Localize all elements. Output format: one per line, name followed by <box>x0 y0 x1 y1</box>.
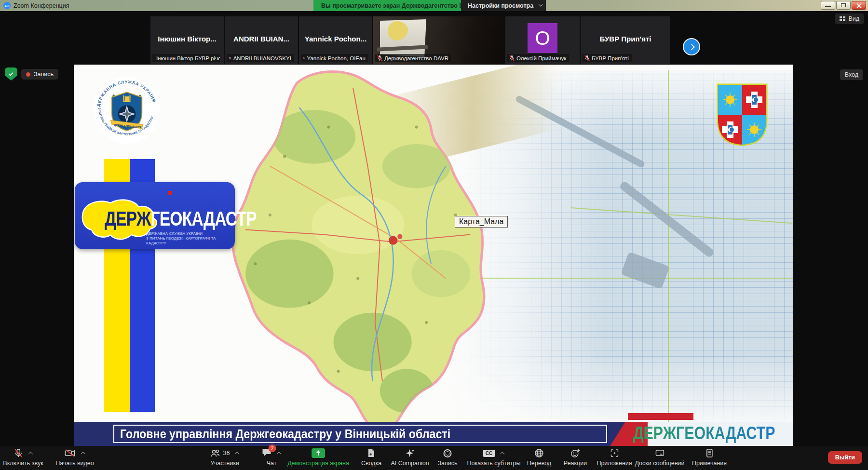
summary-doc-icon <box>367 448 376 458</box>
apps-button[interactable]: Приложения <box>597 448 632 467</box>
participants-button[interactable]: 36 Участники <box>210 448 240 467</box>
zoom-meeting-window: zm Zoom Конференция Вы просматриваете эк… <box>0 0 868 470</box>
participant-tile[interactable]: Yannick Pochon... Yannick Pochon, OIEau <box>299 16 372 64</box>
chevron-up-icon[interactable] <box>28 451 33 456</box>
participant-name-label: БУВР Прип'яті <box>592 55 629 61</box>
record-button[interactable]: Запись <box>437 448 457 467</box>
logo-word-prefix: ДЕРЖ <box>105 207 150 230</box>
window-title: Zoom Конференция <box>14 2 69 9</box>
chevron-up-icon[interactable] <box>500 451 504 456</box>
participants-icon <box>210 448 221 458</box>
share-screen-label: Демонстрация экрана <box>287 460 349 467</box>
view-settings-label: Настройки просмотра <box>468 2 533 9</box>
next-participants-button[interactable] <box>683 38 700 55</box>
participant-video-tile[interactable]: Держводагентство DAVR <box>373 16 504 64</box>
chat-button[interactable]: 2 Чат <box>262 448 282 467</box>
notes-button[interactable]: Примечания <box>692 448 727 467</box>
view-settings-dropdown[interactable]: Настройки просмотра <box>461 0 546 11</box>
footer-red-bar <box>628 413 693 420</box>
avatar-initial: O <box>535 27 550 49</box>
mic-muted-icon <box>509 55 515 61</box>
record-dot-icon <box>26 72 30 77</box>
summary-button[interactable]: Сводка <box>361 448 381 467</box>
mute-label: Включить звук <box>3 460 43 467</box>
chevron-up-icon[interactable] <box>235 451 240 456</box>
map-layer-label: Карта_Мала <box>455 216 508 228</box>
participant-display-name: Інюшин Віктор... <box>150 35 224 43</box>
screen-share-banner: Вы просматриваете экран Держводагентство… <box>313 0 484 11</box>
logo-subtitle-line2: З ПИТАНЬ ГЕОДЕЗІЇ, КАРТОГРАФІЇ ТА КАДАСТ… <box>146 236 235 246</box>
join-button[interactable]: Вход <box>840 69 863 80</box>
translation-button[interactable]: Перевод <box>527 448 551 467</box>
recording-indicator: Запись <box>21 69 58 80</box>
vinnytsia-coat-of-arms <box>714 82 770 148</box>
participants-strip: Інюшин Віктор... Інюшин Віктор БУВР річо… <box>0 11 868 65</box>
restore-button[interactable] <box>836 1 851 10</box>
ai-sparkle-icon <box>405 448 415 458</box>
recording-label: Запись <box>34 71 54 78</box>
record-label: Запись <box>437 460 457 467</box>
footer-title: Головне управління Держгеокадастру у Він… <box>120 427 450 441</box>
vinnytsia-oblast-map <box>211 68 563 435</box>
participant-display-name: БУВР Прип'яті <box>581 35 670 43</box>
leave-meeting-button[interactable]: Выйти <box>828 451 862 464</box>
meeting-toolbar: Включить звук Начать видео 36 <box>0 446 868 470</box>
mute-button[interactable]: Включить звук <box>3 448 43 467</box>
grid-view-icon <box>840 16 845 21</box>
chevron-up-icon[interactable] <box>81 451 85 456</box>
footer-brand-text: ДЕРЖГЕОКАДАСТР <box>633 423 775 443</box>
ai-companion-button[interactable]: AI Companion <box>391 448 429 467</box>
chat-badge: 2 <box>269 444 276 452</box>
participant-name-label: ANDRII BUIANOVSKYI <box>233 55 291 61</box>
close-button[interactable] <box>852 1 866 10</box>
mic-muted-icon <box>377 55 382 61</box>
ai-companion-label: AI Companion <box>391 460 429 467</box>
security-shield-icon[interactable] <box>5 67 17 81</box>
logo-subtitle: ДЕРЖАВНА СЛУЖБА УКРАЇНИ З ПИТАНЬ ГЕОДЕЗІ… <box>146 231 235 246</box>
mic-muted-icon <box>229 55 231 61</box>
participant-name-label: Yannick Pochon, OIEau <box>307 55 366 61</box>
participant-tile[interactable]: БУВР Прип'яті БУВР Прип'яті <box>581 16 670 64</box>
logo-subtitle-line1: ДЕРЖАВНА СЛУЖБА УКРАЇНИ <box>146 231 235 236</box>
reactions-smiley-icon <box>570 448 580 458</box>
reactions-button[interactable]: Реакции <box>564 448 587 467</box>
participant-display-name: Yannick Pochon... <box>299 35 372 43</box>
leave-label: Выйти <box>835 454 855 461</box>
start-video-label: Начать видео <box>55 460 94 467</box>
logo-wordmark: ДЕРЖГЕОКАДАСТР <box>105 207 257 230</box>
captions-button[interactable]: CC Показать субтитры <box>467 448 521 467</box>
mic-muted-icon <box>303 55 305 61</box>
cc-icon: CC <box>483 450 495 457</box>
window-titlebar: zm Zoom Конференция Вы просматриваете эк… <box>0 0 868 11</box>
shared-screen-slide: Карта_Мала ДЕРЖАВНА СЛУЖБА УКРАЇНИ З ПИТ… <box>74 65 793 446</box>
minimize-button[interactable] <box>821 1 835 10</box>
chevron-right-icon <box>689 44 695 50</box>
notes-label: Примечания <box>692 460 727 467</box>
whiteboards-button[interactable]: Доски сообщений <box>635 448 684 467</box>
apps-label: Приложения <box>597 460 632 467</box>
share-screen-button[interactable]: Демонстрация экрана <box>287 448 349 467</box>
captions-label: Показать субтитры <box>467 460 521 467</box>
participant-name-label: Держводагентство DAVR <box>384 55 448 61</box>
participant-tile[interactable]: Інюшин Віктор... Інюшин Віктор БУВР річо… <box>150 16 224 64</box>
participant-display-name: ANDRII BUIAN... <box>225 35 298 43</box>
participant-tile[interactable]: ANDRII BUIAN... ANDRII BUIANOVSKYI <box>225 16 298 64</box>
reactions-label: Реакции <box>564 460 587 467</box>
start-video-button[interactable]: Начать видео <box>55 448 94 467</box>
recording-dot-overlay <box>168 191 172 195</box>
join-label: Вход <box>845 71 858 78</box>
mic-muted-icon <box>584 55 590 61</box>
participant-name-label: Інюшин Віктор БУВР річок П... <box>156 55 220 61</box>
camera-off-icon <box>64 448 76 458</box>
whiteboard-icon <box>654 448 665 458</box>
summary-label: Сводка <box>361 460 381 467</box>
derzhgeocadastr-logo-banner: ДЕРЖГЕОКАДАСТР ДЕРЖАВНА СЛУЖБА УКРАЇНИ З… <box>75 182 235 249</box>
view-mode-label: Вид <box>848 15 859 22</box>
notes-icon <box>705 448 714 458</box>
whiteboards-label: Доски сообщений <box>635 460 684 467</box>
participant-tile[interactable]: O Олексій Приймачук <box>505 16 580 64</box>
participants-count: 36 <box>223 450 230 457</box>
mic-muted-icon <box>14 448 23 458</box>
chevron-up-icon[interactable] <box>277 451 282 456</box>
view-mode-button[interactable]: Вид <box>835 13 864 24</box>
